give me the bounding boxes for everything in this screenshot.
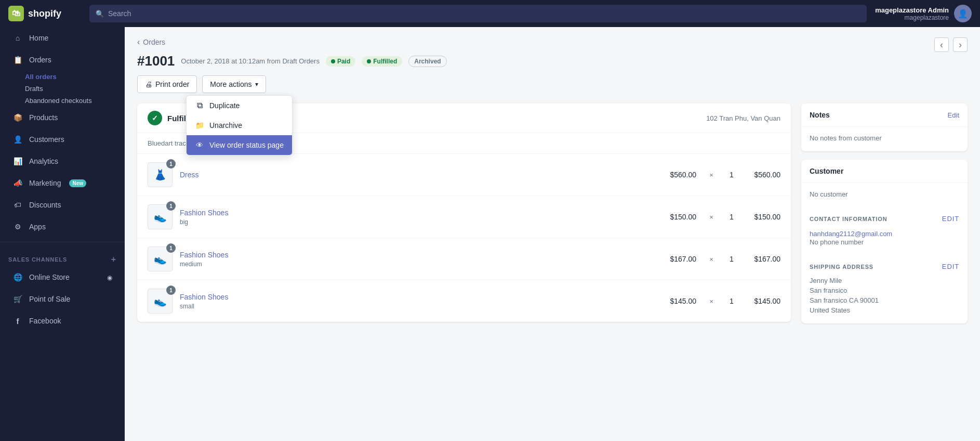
- item-quantity: 1: [726, 255, 737, 263]
- paid-badge: Paid: [326, 56, 355, 67]
- item-multiply-sign: ×: [704, 255, 719, 263]
- contact-info-label: CONTACT INFORMATION Edit: [801, 207, 968, 227]
- item-multiply-sign: ×: [704, 171, 719, 179]
- sidebar-item-marketing[interactable]: Marketing New: [4, 173, 121, 193]
- sidebar-item-home[interactable]: Home: [4, 28, 121, 48]
- archived-badge: Archived: [408, 56, 446, 67]
- item-price: $560.00: [655, 171, 696, 179]
- shipping-address-label: SHIPPING ADDRESS Edit: [801, 255, 968, 275]
- marketing-new-badge: New: [69, 179, 86, 187]
- sidebar-item-all-orders[interactable]: All orders: [0, 71, 125, 83]
- item-details: Fashion Shoes big: [180, 208, 647, 226]
- analytics-icon: [12, 156, 23, 166]
- avatar[interactable]: 👤: [954, 5, 972, 22]
- printer-icon: [145, 80, 152, 88]
- products-icon: [12, 112, 23, 123]
- item-qty-badge: 1: [166, 159, 176, 168]
- prev-order-button[interactable]: [934, 37, 949, 52]
- sidebar-item-online-store[interactable]: Online Store: [4, 267, 121, 288]
- sidebar-item-products[interactable]: Products: [4, 107, 121, 128]
- sidebar-item-label: Customers: [29, 135, 64, 144]
- more-actions-button[interactable]: More actions: [202, 75, 266, 93]
- shopify-logo[interactable]: 🛍 shopify: [8, 6, 81, 21]
- user-menu[interactable]: mageplazastore Admin mageplazastore 👤: [875, 5, 972, 22]
- sidebar-item-customers[interactable]: Customers: [4, 129, 121, 150]
- top-navigation: 🛍 shopify mageplazastore Admin mageplaza…: [0, 0, 980, 27]
- shipping-address-line: San fransico CA 90001: [810, 296, 959, 304]
- fulfilled-badge: Fulfilled: [362, 56, 402, 67]
- contact-edit-button[interactable]: Edit: [942, 215, 959, 223]
- archive-icon: [195, 121, 204, 130]
- item-variant: small: [180, 303, 647, 310]
- sidebar-item-label: Marketing: [29, 179, 61, 187]
- online-store-visible-icon[interactable]: [107, 273, 112, 281]
- item-quantity: 1: [726, 213, 737, 221]
- order-header: #1001 October 2, 2018 at 10:12am from Dr…: [137, 53, 968, 69]
- sidebar-item-analytics[interactable]: Analytics: [4, 151, 121, 172]
- order-navigation: [934, 37, 968, 52]
- sidebar-item-abandoned[interactable]: Abandoned checkouts: [0, 95, 125, 107]
- line-item: 👗 1 Dress $560.00 × 1 $560.00: [137, 154, 791, 196]
- sidebar-item-orders[interactable]: Orders: [4, 49, 121, 70]
- item-image-wrap: 👟 1: [148, 204, 173, 229]
- contact-phone: No phone number: [810, 238, 959, 246]
- dropdown-item-unarchive[interactable]: Unarchive: [187, 115, 292, 135]
- line-item: 👟 1 Fashion Shoes big $150.00 × 1 $150.0…: [137, 196, 791, 238]
- item-qty-badge: 1: [166, 201, 176, 211]
- notes-content: No notes from customer: [810, 134, 959, 142]
- order-toolbar: Print order More actions Duplicate Unarc…: [137, 75, 968, 93]
- eye-icon: [195, 140, 204, 150]
- notes-body: No notes from customer: [801, 127, 968, 151]
- sidebar-item-label: Point of Sale: [29, 295, 70, 303]
- sidebar-item-drafts[interactable]: Drafts: [0, 83, 125, 95]
- item-multiply-sign: ×: [704, 297, 719, 305]
- notes-card-header: Notes Edit: [801, 103, 968, 127]
- search-input[interactable]: [108, 9, 860, 18]
- search-icon: [96, 9, 104, 18]
- item-name[interactable]: Dress: [180, 171, 199, 179]
- customer-body: No customer: [801, 183, 968, 207]
- main-content: ‹ Orders #1001 October 2, 2018 at 10:12a…: [125, 27, 980, 441]
- shopify-bag-icon: 🛍: [8, 6, 24, 21]
- search-bar[interactable]: [89, 5, 867, 22]
- dropdown-item-duplicate[interactable]: Duplicate: [187, 96, 292, 115]
- sidebar-item-label: Analytics: [29, 157, 58, 165]
- fulfilled-badge-dot: [367, 59, 371, 63]
- sidebar-item-discounts[interactable]: Discounts: [4, 194, 121, 215]
- sidebar: Home Orders All orders Drafts Abandoned …: [0, 27, 125, 441]
- notes-edit-button[interactable]: Edit: [948, 111, 959, 119]
- shipping-address-line: San fransico: [810, 287, 959, 294]
- customer-card: Customer No customer CONTACT INFORMATION…: [801, 160, 968, 323]
- next-order-button[interactable]: [953, 37, 968, 52]
- item-image-wrap: 👗 1: [148, 162, 173, 187]
- apps-icon: [12, 222, 23, 232]
- user-store: mageplazastore: [875, 14, 949, 21]
- customer-card-header: Customer: [801, 160, 968, 183]
- item-details: Dress: [180, 170, 647, 179]
- contact-email[interactable]: hanhdang2112@gmail.com: [810, 230, 892, 238]
- item-multiply-sign: ×: [704, 213, 719, 221]
- duplicate-icon: [195, 101, 204, 110]
- item-image-wrap: 👟 1: [148, 289, 173, 314]
- sales-channels-section: SALES CHANNELS: [0, 247, 125, 266]
- print-order-button[interactable]: Print order: [137, 75, 197, 93]
- add-channel-icon[interactable]: [111, 255, 116, 264]
- notes-card: Notes Edit No notes from customer: [801, 103, 968, 151]
- sidebar-item-point-of-sale[interactable]: Point of Sale: [4, 289, 121, 309]
- logo-text: shopify: [28, 8, 61, 19]
- contact-body: hanhdang2112@gmail.com No phone number: [801, 227, 968, 255]
- sidebar-item-apps[interactable]: Apps: [4, 216, 121, 237]
- item-name[interactable]: Fashion Shoes: [180, 293, 228, 301]
- order-id: #1001: [137, 53, 175, 69]
- breadcrumb-orders-link[interactable]: Orders: [143, 38, 165, 46]
- sidebar-item-label: Apps: [29, 223, 46, 231]
- shipping-edit-button[interactable]: Edit: [942, 263, 959, 270]
- sidebar-item-facebook[interactable]: Facebook: [4, 310, 121, 331]
- chevron-down-icon: [255, 81, 258, 88]
- item-quantity: 1: [726, 297, 737, 305]
- more-actions-dropdown: Duplicate Unarchive View order status pa…: [186, 95, 293, 155]
- item-name[interactable]: Fashion Shoes: [180, 209, 228, 217]
- shipping-address-line: United States: [810, 306, 959, 314]
- item-name[interactable]: Fashion Shoes: [180, 251, 228, 259]
- dropdown-item-view-status[interactable]: View order status page: [187, 135, 292, 155]
